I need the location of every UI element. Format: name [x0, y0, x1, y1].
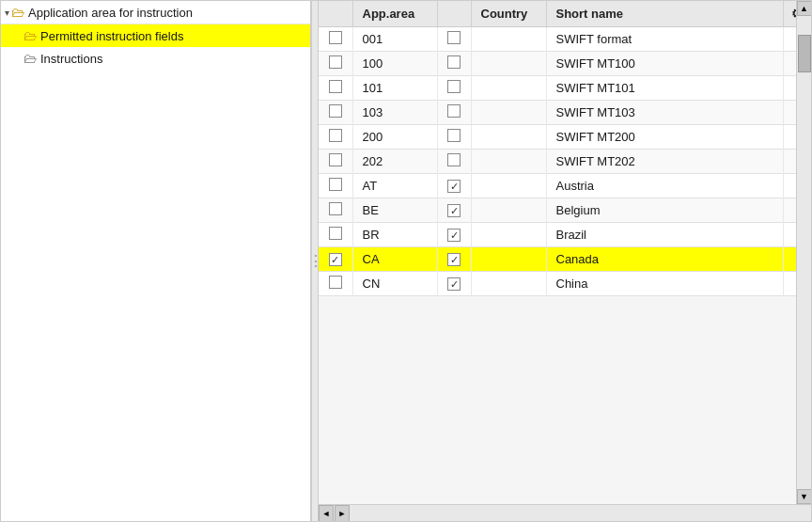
apparea-checkbox[interactable]	[329, 31, 342, 44]
table-row[interactable]: CACanada	[319, 247, 811, 272]
col-header-apparea: App.area	[352, 1, 437, 27]
country-checkbox[interactable]	[447, 180, 461, 193]
shortname-value: SWIFT MT202	[546, 150, 783, 174]
apparea-checkbox-cell[interactable]	[319, 76, 352, 101]
scroll-down-icon: ▼	[800, 492, 808, 501]
scroll-left-button[interactable]: ◄	[319, 505, 334, 522]
shortname-value: SWIFT format	[546, 27, 783, 52]
col-header-country: Country	[471, 1, 546, 27]
country-checkbox[interactable]	[447, 104, 461, 118]
tree-item-permitted-fields[interactable]: 🗁 Permitted instruction fields	[1, 24, 310, 47]
vertical-scrollbar[interactable]: ▲ ▼	[796, 1, 811, 504]
tree-item-permitted-fields-label: Permitted instruction fields	[40, 29, 183, 43]
main-container: ▾ 🗁 Application area for instruction 🗁 P…	[0, 0, 812, 522]
table-row[interactable]: 100SWIFT MT100	[319, 52, 811, 76]
country-checkbox[interactable]	[447, 31, 461, 44]
shortname-value: SWIFT MT101	[546, 76, 783, 101]
apparea-checkbox-cell[interactable]	[319, 101, 352, 125]
apparea-checkbox-cell[interactable]	[319, 52, 352, 76]
apparea-checkbox[interactable]	[329, 153, 342, 166]
table-row[interactable]: BEBelgium	[319, 198, 811, 223]
country-checkbox-cell[interactable]	[437, 76, 471, 101]
panel-divider[interactable]: ⋮	[311, 1, 319, 521]
country-checkbox-cell[interactable]	[437, 27, 471, 52]
table-row[interactable]: 001SWIFT format	[319, 27, 811, 52]
country-checkbox[interactable]	[447, 80, 461, 93]
shortname-value: Belgium	[546, 198, 783, 223]
apparea-value: 100	[352, 52, 437, 76]
country-checkbox-cell[interactable]	[437, 247, 471, 272]
apparea-checkbox-cell[interactable]	[319, 174, 352, 198]
scroll-thumb[interactable]	[798, 35, 811, 72]
scroll-down-button[interactable]: ▼	[797, 489, 812, 504]
country-checkbox[interactable]	[447, 55, 461, 69]
table-row[interactable]: ATAustria	[319, 174, 811, 198]
apparea-value: AT	[352, 174, 437, 198]
horizontal-scrollbar[interactable]: ◄ ►	[319, 504, 811, 521]
table-row[interactable]: 202SWIFT MT202	[319, 150, 811, 174]
apparea-checkbox[interactable]	[329, 178, 342, 191]
table-scroll-area[interactable]: App.area Country Short name ⚙	[319, 1, 811, 504]
table-row[interactable]: BRBrazil	[319, 223, 811, 247]
apparea-value: CN	[352, 272, 437, 296]
apparea-checkbox[interactable]	[329, 80, 342, 93]
country-label: Country	[481, 7, 528, 21]
apparea-checkbox[interactable]	[329, 55, 342, 69]
country-checkbox[interactable]	[447, 277, 461, 291]
country-checkbox[interactable]	[447, 129, 461, 142]
country-checkbox[interactable]	[447, 253, 461, 266]
country-value	[471, 174, 546, 198]
apparea-value: BR	[352, 223, 437, 247]
table-row[interactable]: 103SWIFT MT103	[319, 101, 811, 125]
country-checkbox[interactable]	[447, 229, 461, 242]
country-checkbox-cell[interactable]	[437, 198, 471, 223]
apparea-checkbox-cell[interactable]	[319, 27, 352, 52]
folder-icon: 🗁	[11, 5, 24, 20]
apparea-checkbox-cell[interactable]	[319, 247, 352, 272]
left-panel: ▾ 🗁 Application area for instruction 🗁 P…	[1, 1, 311, 521]
apparea-checkbox-cell[interactable]	[319, 150, 352, 174]
col-header-checkbox2	[437, 1, 471, 27]
table-wrapper: App.area Country Short name ⚙	[319, 1, 811, 504]
apparea-checkbox[interactable]	[329, 129, 342, 142]
country-value	[471, 101, 546, 125]
shortname-value: SWIFT MT103	[546, 101, 783, 125]
scroll-left-icon: ◄	[322, 509, 331, 518]
country-checkbox[interactable]	[447, 204, 461, 217]
country-checkbox-cell[interactable]	[437, 52, 471, 76]
country-checkbox-cell[interactable]	[437, 272, 471, 296]
country-checkbox-cell[interactable]	[437, 125, 471, 150]
apparea-label: App.area	[363, 7, 415, 21]
scroll-up-button[interactable]: ▲	[797, 1, 812, 16]
country-value	[471, 52, 546, 76]
apparea-checkbox[interactable]	[329, 227, 342, 240]
apparea-checkbox[interactable]	[329, 104, 342, 118]
apparea-checkbox[interactable]	[329, 276, 342, 289]
country-checkbox-cell[interactable]	[437, 101, 471, 125]
country-checkbox-cell[interactable]	[437, 174, 471, 198]
scroll-right-button[interactable]: ►	[335, 505, 350, 522]
shortname-value: China	[546, 272, 783, 296]
table-row[interactable]: CNChina	[319, 272, 811, 296]
country-value	[471, 27, 546, 52]
table-row[interactable]: 101SWIFT MT101	[319, 76, 811, 101]
apparea-checkbox-cell[interactable]	[319, 272, 352, 296]
apparea-checkbox-cell[interactable]	[319, 223, 352, 247]
country-checkbox-cell[interactable]	[437, 150, 471, 174]
tree-item-app-area[interactable]: ▾ 🗁 Application area for instruction	[1, 1, 310, 24]
apparea-checkbox-cell[interactable]	[319, 198, 352, 223]
tree-item-instructions[interactable]: 🗁 Instructions	[1, 47, 310, 70]
table-row[interactable]: 200SWIFT MT200	[319, 125, 811, 150]
country-checkbox-cell[interactable]	[437, 223, 471, 247]
apparea-checkbox[interactable]	[329, 253, 342, 266]
country-value	[471, 247, 546, 272]
h-scroll-track[interactable]	[350, 505, 811, 522]
shortname-value: SWIFT MT100	[546, 52, 783, 76]
folder-selected-icon: 🗁	[23, 28, 37, 43]
scroll-track[interactable]	[797, 16, 812, 489]
country-checkbox[interactable]	[447, 153, 461, 166]
apparea-checkbox[interactable]	[329, 202, 342, 215]
apparea-checkbox-cell[interactable]	[319, 125, 352, 150]
col-header-shortname: Short name	[546, 1, 783, 27]
tree-item-instructions-label: Instructions	[40, 52, 102, 66]
